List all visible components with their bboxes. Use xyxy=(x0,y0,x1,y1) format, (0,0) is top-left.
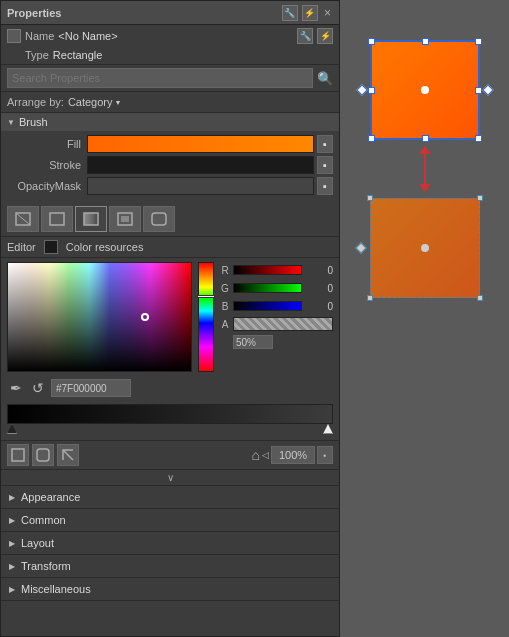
cycle-icon[interactable]: ↺ xyxy=(29,380,47,396)
toolbar-btn-2[interactable] xyxy=(75,206,107,232)
handle-mid-right[interactable] xyxy=(475,87,482,94)
a-slider[interactable] xyxy=(233,317,333,331)
bt-icon-2[interactable] xyxy=(57,444,79,466)
rect-shape-bottom[interactable] xyxy=(370,198,480,298)
color-gradient-box[interactable] xyxy=(7,262,192,372)
bt-icon-1[interactable] xyxy=(32,444,54,466)
b-slider[interactable] xyxy=(233,301,302,311)
collapse-row[interactable]: ∨ xyxy=(1,469,339,486)
center-dot-top xyxy=(421,86,429,94)
name-checkbox[interactable] xyxy=(7,29,21,43)
zoom-container: ⌂ ◁ ▪ xyxy=(252,446,333,464)
handle-bottom-right[interactable] xyxy=(475,135,482,142)
editor-color-row: Editor Color resources xyxy=(1,237,339,258)
search-input[interactable] xyxy=(7,68,313,88)
name-lightning-icon[interactable]: ⚡ xyxy=(317,28,333,44)
wrench-icon[interactable]: 🔧 xyxy=(282,5,298,21)
editor-square[interactable] xyxy=(44,240,58,254)
appearance-arrow-icon: ▶ xyxy=(9,493,15,502)
hex-input[interactable] xyxy=(51,379,131,397)
opacity-swatch-container: ▪ xyxy=(87,177,333,195)
opacity-mask-row: OpacityMask ▪ xyxy=(7,177,333,195)
panel-title-icons: 🔧 ⚡ × xyxy=(282,5,333,21)
alpha-input[interactable] xyxy=(233,335,273,349)
toolbar-btn-0[interactable] xyxy=(7,206,39,232)
fill-swatch-end-btn[interactable]: ▪ xyxy=(317,135,333,153)
svg-rect-8 xyxy=(37,449,49,461)
toolbar-btn-3[interactable] xyxy=(109,206,141,232)
section-appearance[interactable]: ▶ Appearance xyxy=(1,486,339,509)
hue-strip-container xyxy=(198,262,214,372)
gradient-handle-right[interactable] xyxy=(323,424,333,434)
handle-top-mid[interactable] xyxy=(422,38,429,45)
pipette-icon[interactable]: ✒ xyxy=(7,380,25,396)
gradient-handle-left[interactable] xyxy=(7,424,17,434)
handle-bottom-left[interactable] xyxy=(368,135,375,142)
svg-rect-3 xyxy=(84,213,98,225)
close-button[interactable]: × xyxy=(322,6,333,20)
toolbar-btn-1[interactable] xyxy=(41,206,73,232)
handle-bottom-mid[interactable] xyxy=(422,135,429,142)
dotted-corner-br[interactable] xyxy=(477,295,483,301)
handle-top-right[interactable] xyxy=(475,38,482,45)
rect-shape-top[interactable] xyxy=(370,40,480,140)
arrow-line xyxy=(424,154,426,184)
bottom-toolbar: ⌂ ◁ ▪ xyxy=(1,440,339,469)
opacity-swatch-end-btn[interactable]: ▪ xyxy=(317,177,333,195)
name-wrench-icon[interactable]: 🔧 xyxy=(297,28,313,44)
zoom-lock-btn[interactable]: ▪ xyxy=(317,446,333,464)
a-row: A xyxy=(220,316,333,332)
arrow-container xyxy=(419,146,431,192)
stroke-row: Stroke ▪ xyxy=(7,156,333,174)
stroke-color-swatch[interactable] xyxy=(87,156,314,174)
fill-color-swatch[interactable] xyxy=(87,135,314,153)
dotted-corner-tr[interactable] xyxy=(477,195,483,201)
handle-mid-left[interactable] xyxy=(368,87,375,94)
transform-arrow-icon: ▶ xyxy=(9,562,15,571)
handle-top-left[interactable] xyxy=(368,38,375,45)
b-row: B 0 xyxy=(220,298,333,314)
svg-rect-2 xyxy=(50,213,64,225)
lightning-icon[interactable]: ⚡ xyxy=(302,5,318,21)
r-slider[interactable] xyxy=(233,265,302,275)
hue-strip[interactable] xyxy=(198,262,214,372)
gradient-cursor xyxy=(141,313,149,321)
gradient-bar-area xyxy=(1,400,339,440)
alpha-input-row xyxy=(220,334,333,350)
search-icon: 🔍 xyxy=(317,71,333,86)
properties-panel: Properties 🔧 ⚡ × Name <No Name> 🔧 ⚡ Type… xyxy=(0,0,340,637)
g-slider[interactable] xyxy=(233,283,302,293)
gradient-handles xyxy=(7,424,333,436)
section-miscellaneous[interactable]: ▶ Miscellaneous xyxy=(1,578,339,601)
color-bottom-row: ✒ ↺ xyxy=(1,376,339,400)
diamond-handle-left[interactable] xyxy=(356,84,367,95)
opacity-mask-label: OpacityMask xyxy=(7,180,87,192)
b-value: 0 xyxy=(305,301,333,312)
section-layout[interactable]: ▶ Layout xyxy=(1,532,339,555)
arrange-dropdown[interactable]: Category ▼ xyxy=(68,96,122,108)
section-transform[interactable]: ▶ Transform xyxy=(1,555,339,578)
bt-icon-0[interactable] xyxy=(7,444,29,466)
stroke-swatch-end-btn[interactable]: ▪ xyxy=(317,156,333,174)
dotted-corner-tl[interactable] xyxy=(367,195,373,201)
arrange-row: Arrange by: Category ▼ xyxy=(1,92,339,112)
dotted-corner-bl[interactable] xyxy=(367,295,373,301)
brush-section-header[interactable]: ▼ Brush xyxy=(1,112,339,131)
r-value: 0 xyxy=(305,265,333,276)
a-label: A xyxy=(220,319,230,330)
gradient-black xyxy=(8,263,191,371)
opacity-color-swatch[interactable] xyxy=(87,177,314,195)
type-value: Rectangle xyxy=(53,49,103,61)
zoom-input[interactable] xyxy=(271,446,315,464)
toolbar-btn-4[interactable] xyxy=(143,206,175,232)
brush-section-title: Brush xyxy=(19,116,48,128)
dashed-diamond-left[interactable] xyxy=(355,242,366,253)
svg-rect-5 xyxy=(121,216,129,222)
gradient-bar[interactable] xyxy=(7,404,333,424)
g-value: 0 xyxy=(305,283,333,294)
miscellaneous-arrow-icon: ▶ xyxy=(9,585,15,594)
stroke-swatch-container: ▪ xyxy=(87,156,333,174)
section-common[interactable]: ▶ Common xyxy=(1,509,339,532)
diamond-handle-right[interactable] xyxy=(482,84,493,95)
section-appearance-label: Appearance xyxy=(21,491,80,503)
